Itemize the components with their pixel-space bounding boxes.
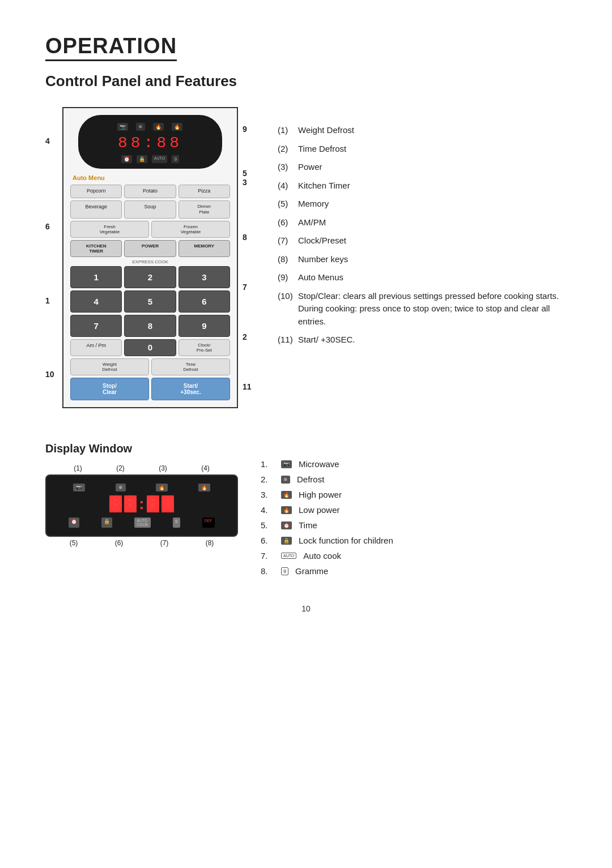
- feature-num-10: (10): [278, 290, 294, 303]
- btn-6[interactable]: 6: [178, 290, 230, 313]
- dw-bottom-labels: (5) (6) (7) (8): [45, 539, 238, 547]
- dw-inline-icon-gramme: 9: [281, 567, 288, 575]
- icon-time: ⏰: [121, 155, 132, 163]
- display-digits: 88:88: [88, 134, 212, 152]
- dw-item-3: 3. 🔥 High power: [261, 490, 567, 499]
- btn-start-30sec[interactable]: Start/+30sec.: [151, 378, 230, 400]
- dw-colon: :: [139, 495, 144, 513]
- dw-label-4: (4): [201, 464, 210, 472]
- dw-item-text-6: Lock function for children: [299, 536, 393, 545]
- btn-8[interactable]: 8: [124, 315, 176, 337]
- dw-icon-microwave: 📷: [73, 484, 85, 491]
- feature-item-7: (7) Clock/Preset: [278, 234, 567, 247]
- btn-clock-preset[interactable]: Clock/Pre-Set: [178, 339, 230, 356]
- btn-time-defrost[interactable]: TimeDefrost: [151, 358, 230, 375]
- dw-inline-icon-autocook: AUTO: [281, 553, 296, 559]
- label-7: 7: [243, 283, 255, 292]
- dw-items-list: 1. 📷 Microwave 2. ❄ Defrost 3. 🔥 High po…: [261, 459, 567, 576]
- features-ol: (1) Weight Defrost (2) Time Defrost (3) …: [278, 124, 567, 347]
- feature-desc-7: Clock/Preset: [298, 234, 567, 247]
- dw-item-text-8: Gramme: [295, 566, 328, 576]
- dw-inline-icon-defrost: ❄: [281, 476, 290, 484]
- feature-desc-11: Start/ +30SEC.: [298, 333, 567, 347]
- feature-desc-1: Weight Defrost: [298, 124, 567, 137]
- btn-frozen-veg[interactable]: FrozenVegetable: [151, 221, 230, 238]
- feature-num-5: (5): [278, 198, 294, 211]
- dw-item-num-5: 5.: [261, 520, 277, 530]
- feature-item-9: (9) Auto Menus: [278, 271, 567, 284]
- dw-item-num-7: 7.: [261, 551, 277, 561]
- btn-memory[interactable]: MEMORY: [178, 240, 230, 257]
- feature-item-11: (11) Start/ +30SEC.: [278, 333, 567, 347]
- label-6: 6: [45, 222, 58, 231]
- feature-num-6: (6): [278, 216, 294, 229]
- dw-item-text-3: High power: [299, 490, 342, 499]
- btn-0[interactable]: 0: [124, 339, 176, 356]
- bottom-row1: Am / Pm 0 Clock/Pre-Set: [70, 339, 230, 356]
- dw-item-num-4: 4.: [261, 505, 277, 515]
- btn-1[interactable]: 1: [70, 266, 122, 288]
- features-list: (1) Weight Defrost (2) Time Defrost (3) …: [278, 107, 567, 408]
- display-window-section: Display Window (1) (2) (3) (4) 📷 ❄ 🔥 🔥 8…: [45, 442, 567, 581]
- icon-gramme: 9: [172, 155, 179, 163]
- label-8: 8: [243, 233, 255, 242]
- dw-item-text-2: Defrost: [297, 474, 324, 484]
- dw-digit-h1: 8: [109, 495, 122, 512]
- btn-weight-defrost[interactable]: WeightDefrost: [70, 358, 149, 375]
- feature-item-5: (5) Memory: [278, 198, 567, 211]
- btn-popcorn[interactable]: Popcorn: [70, 185, 122, 198]
- label-1: 1: [45, 296, 58, 305]
- display-window-left: Display Window (1) (2) (3) (4) 📷 ❄ 🔥 🔥 8…: [45, 442, 238, 581]
- btn-beverage[interactable]: Beverage: [70, 200, 122, 219]
- btn-3[interactable]: 3: [178, 266, 230, 288]
- btn-kitchen-timer[interactable]: KITCHENTIMER: [70, 240, 122, 257]
- dw-inline-icon-microwave: 📷: [281, 460, 292, 468]
- express-cook-label: EXPRESS COOK: [70, 259, 230, 264]
- defrost-row: WeightDefrost TimeDefrost: [70, 358, 230, 375]
- display-icons-row: 📷 ❄ 🔥 🔥: [88, 123, 212, 131]
- dw-item-6: 6. 🔒 Lock function for children: [261, 536, 567, 545]
- dw-item-4: 4. 🔥 Low power: [261, 505, 567, 515]
- feature-desc-3: Power: [298, 161, 567, 174]
- page-title: OPERATION: [45, 34, 177, 61]
- icon-highpower: 🔥: [153, 123, 164, 131]
- feature-item-3: (3) Power: [278, 161, 567, 174]
- btn-9[interactable]: 9: [178, 315, 230, 337]
- feature-item-8: (8) Number keys: [278, 253, 567, 266]
- dw-item-text-7: Auto cook: [303, 551, 341, 561]
- icon-microwave: 📷: [117, 123, 128, 131]
- btn-4[interactable]: 4: [70, 290, 122, 313]
- dw-item-num-3: 3.: [261, 490, 277, 499]
- dw-item-8: 8. 9 Gramme: [261, 566, 567, 576]
- feature-num-2: (2): [278, 143, 294, 156]
- display-oval: 📷 ❄ 🔥 🔥 88:88 ⏰ 🔒 AUTO 9: [78, 115, 222, 169]
- btn-potato[interactable]: Potato: [124, 185, 176, 198]
- btn-ampm[interactable]: Am / Pm: [70, 339, 122, 356]
- label-10: 10: [45, 370, 58, 379]
- veg-row: FreshVegetable FrozenVegetable: [70, 221, 230, 238]
- btn-5[interactable]: 5: [124, 290, 176, 313]
- feature-num-1: (1): [278, 124, 294, 137]
- btn-dinner-plate[interactable]: DinnerPlate: [178, 200, 230, 219]
- feature-desc-10: Stop/Clear: clears all previous settings…: [298, 290, 567, 328]
- btn-stop-clear[interactable]: Stop/Clear: [70, 378, 149, 400]
- btn-pizza[interactable]: Pizza: [178, 185, 230, 198]
- display-window-right: 1. 📷 Microwave 2. ❄ Defrost 3. 🔥 High po…: [261, 442, 567, 581]
- dw-icon-time: ⏰: [69, 518, 79, 528]
- dw-icon-autocook-b: AUTOCOOK: [134, 518, 151, 528]
- dw-label-7: (7): [160, 539, 169, 547]
- dw-top-labels: (1) (2) (3) (4): [45, 464, 238, 472]
- numpad: 1 2 3 4 5 6 7 8 9: [70, 266, 230, 337]
- dw-label-2: (2): [116, 464, 125, 472]
- feature-desc-5: Memory: [298, 198, 567, 211]
- btn-7[interactable]: 7: [70, 315, 122, 337]
- btn-power[interactable]: POWER: [124, 240, 176, 257]
- auto-menu-label: Auto Menu: [73, 174, 230, 181]
- dw-icon-lowpow: 🔥: [198, 484, 210, 491]
- display-bottom-row: ⏰ 🔒 AUTO 9: [88, 155, 212, 163]
- dw-inline-icon-lock: 🔒: [281, 537, 292, 545]
- dw-digit-h2: 8: [124, 495, 137, 512]
- btn-fresh-veg[interactable]: FreshVegetable: [70, 221, 149, 238]
- btn-2[interactable]: 2: [124, 266, 176, 288]
- btn-soup[interactable]: Soup: [124, 200, 176, 219]
